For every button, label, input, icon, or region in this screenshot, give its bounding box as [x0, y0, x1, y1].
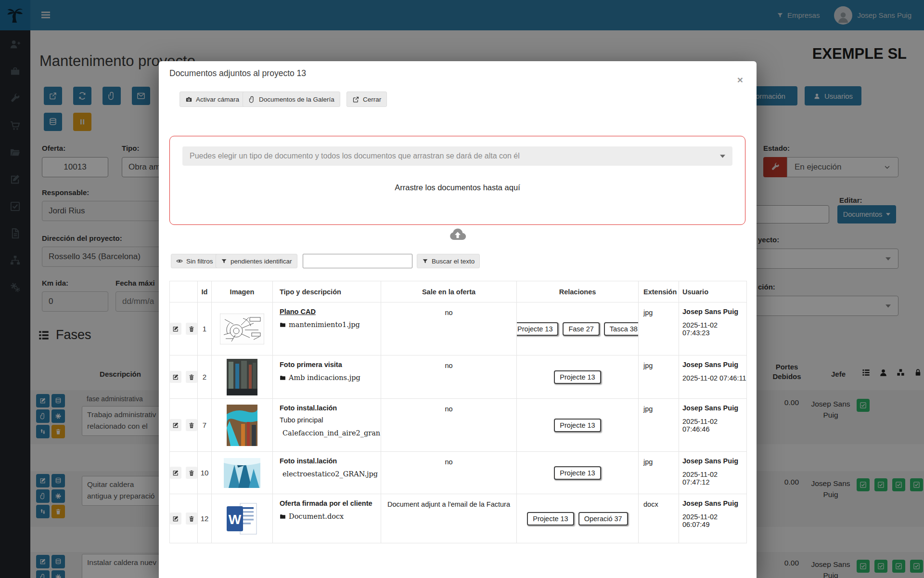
relation-button[interactable]: Projecte 13: [554, 466, 601, 480]
header-imagen: Imagen: [212, 281, 273, 302]
cad-drawing-thumbnail: [220, 314, 264, 344]
doc-sale: no: [381, 355, 517, 399]
folder-icon: [280, 322, 286, 328]
user-name: Josep Sans Puig: [682, 361, 746, 368]
doc-filename[interactable]: Document.docx: [289, 512, 344, 520]
edit-button[interactable]: [170, 419, 181, 431]
blue-photo-thumbnail: [224, 458, 260, 488]
doc-date: 2025-11-02 07:46:11: [682, 374, 746, 382]
paperclip-icon: [248, 96, 256, 103]
doc-user: Josep Sans Puig 2025-11-02 07:47:12: [679, 452, 747, 494]
document-dropzone[interactable]: Puedes elegir un tipo de documento y tod…: [169, 136, 745, 225]
relation-button[interactable]: Projecte 13: [517, 322, 558, 336]
doc-filename[interactable]: Calefaccion_ind_aire2_gran.jpg: [282, 429, 381, 437]
relation-button[interactable]: Projecte 13: [554, 370, 601, 384]
edit-button[interactable]: [170, 512, 181, 525]
delete-button[interactable]: [186, 467, 197, 479]
pipes-photo-thumbnail: [227, 405, 257, 446]
doc-title-link[interactable]: Foto primera visita: [280, 361, 374, 368]
relation-button[interactable]: Fase 27: [563, 322, 599, 336]
doc-thumbnail[interactable]: [212, 399, 273, 452]
buscar-texto-button[interactable]: Buscar el texto: [417, 254, 480, 268]
doc-date: 2025-11-02 07:43:23: [682, 321, 746, 337]
doc-subtitle: Tubo principal: [280, 416, 374, 424]
folder-icon: [280, 375, 286, 381]
doc-info: Foto instal.lación electroestatico2_GRAN…: [273, 452, 381, 494]
doc-extension: jpg: [639, 302, 679, 355]
relation-button[interactable]: Projecte 13: [527, 512, 574, 525]
doc-title-link[interactable]: Oferta firmada por el cliente: [280, 499, 374, 507]
doc-relations: Projecte 13 Operació 37: [517, 494, 639, 543]
doc-relations: Projecte 13 Fase 27 Tasca 38: [517, 302, 639, 355]
doc-thumbnail[interactable]: [212, 452, 273, 494]
delete-button[interactable]: [186, 323, 197, 335]
filter-icon: [221, 258, 227, 264]
doc-extension: jpg: [639, 399, 679, 452]
document-type-select[interactable]: Puedes elegir un tipo de documento y tod…: [182, 146, 732, 166]
pendientes-identificar-button[interactable]: pendientes identificar: [216, 254, 297, 268]
screen: Empresas Josep Sans Puig Mantenimento pr…: [0, 0, 924, 578]
relation-button[interactable]: Tasca 38: [604, 322, 639, 336]
delete-button[interactable]: [186, 419, 197, 431]
doc-id: 2: [198, 355, 212, 399]
relation-button[interactable]: Operació 37: [578, 512, 628, 525]
doc-info: Plano CAD mantenimiento1.jpg: [273, 302, 381, 355]
doc-sale: no: [381, 452, 517, 494]
close-icon[interactable]: ×: [737, 75, 743, 85]
doc-id: 7: [198, 399, 212, 452]
row-actions: [169, 302, 198, 355]
folder-icon: [280, 513, 286, 520]
doc-sale: Document adjunt a l'email de la Factura: [381, 494, 517, 543]
doc-filename[interactable]: electroestatico2_GRAN.jpg: [282, 470, 378, 478]
doc-title-link[interactable]: Plano CAD: [280, 308, 374, 315]
documents-modal: Documentos adjuntos al proyecto 13 × Act…: [159, 61, 757, 578]
header-actions: [169, 281, 198, 302]
doc-date: 2025-11-02 07:47:12: [682, 471, 746, 486]
edit-button[interactable]: [170, 323, 181, 335]
relation-button[interactable]: Projecte 13: [554, 419, 601, 432]
doc-info: Foto primera visita Amb indicacions.jpg: [273, 355, 381, 399]
doc-info: Foto instal.lación Tubo principal Calefa…: [273, 399, 381, 452]
edit-button[interactable]: [170, 371, 181, 383]
doc-user: Josep Sans Puig 2025-11-02 06:07:49: [679, 494, 747, 543]
doc-thumbnail[interactable]: [212, 302, 273, 355]
export-icon: [352, 96, 359, 103]
doc-thumbnail[interactable]: W: [212, 494, 273, 543]
doc-date: 2025-11-02 07:46:46: [682, 418, 746, 433]
doc-relations: Projecte 13: [517, 452, 639, 494]
pendientes-label: pendientes identificar: [231, 258, 292, 265]
cerrar-button[interactable]: Cerrar: [346, 92, 387, 107]
doc-filename[interactable]: mantenimiento1.jpg: [289, 321, 360, 328]
header-tipo: Tipo y descripción: [273, 281, 381, 302]
cloud-upload-icon[interactable]: [446, 225, 469, 244]
doc-extension: docx: [639, 494, 679, 543]
header-relaciones: Relaciones: [517, 281, 639, 302]
camera-icon: [185, 96, 192, 103]
sin-filtros-button[interactable]: Sin filtros: [171, 254, 218, 268]
doc-sale: no: [381, 302, 517, 355]
documentos-galeria-button[interactable]: Documentos de la Galería: [243, 92, 340, 107]
delete-button[interactable]: [186, 371, 197, 383]
doc-user: Josep Sans Puig 2025-11-02 07:46:11: [679, 355, 747, 399]
doc-thumbnail[interactable]: [212, 355, 273, 399]
svg-text:W: W: [229, 512, 242, 527]
doc-id: 12: [198, 494, 212, 543]
activar-camara-button[interactable]: Activar cámara: [180, 92, 245, 107]
doc-info: Oferta firmada por el cliente Document.d…: [273, 494, 381, 543]
user-name: Josep Sans Puig: [682, 457, 746, 465]
header-extension: Extensión: [639, 281, 679, 302]
doc-sale: no: [381, 399, 517, 452]
doc-title-link[interactable]: Foto instal.lación: [280, 404, 374, 412]
search-input[interactable]: [303, 254, 412, 268]
doc-title-link[interactable]: Foto instal.lación: [280, 457, 374, 465]
buscar-texto-label: Buscar el texto: [432, 258, 475, 265]
delete-button[interactable]: [186, 512, 197, 525]
row-actions: [169, 494, 198, 543]
doc-id: 10: [198, 452, 212, 494]
doc-extension: jpg: [639, 452, 679, 494]
user-name: Josep Sans Puig: [682, 499, 746, 507]
row-actions: [169, 452, 198, 494]
edit-button[interactable]: [170, 467, 181, 479]
cerrar-label: Cerrar: [363, 96, 381, 103]
doc-filename[interactable]: Amb indicacions.jpg: [289, 374, 360, 381]
